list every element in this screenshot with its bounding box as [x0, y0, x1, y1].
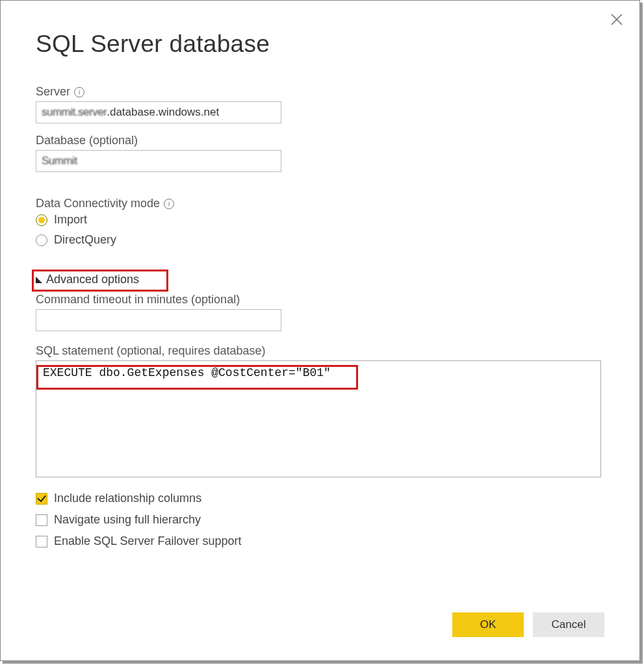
- server-field: Server i summit.server.database.windows.…: [36, 85, 604, 123]
- check-navigate-hierarchy[interactable]: Navigate using full hierarchy: [36, 513, 604, 527]
- database-label: Database (optional): [36, 134, 604, 147]
- check-failover-support[interactable]: Enable SQL Server Failover support: [36, 534, 604, 548]
- triangle-icon: [36, 277, 42, 283]
- database-input-obscured: Summit: [42, 155, 77, 168]
- connectivity-label: Data Connectivity mode i: [36, 197, 604, 210]
- check-include-relationship[interactable]: Include relationship columns: [36, 492, 604, 505]
- checkbox-icon: [36, 493, 47, 505]
- advanced-options-toggle[interactable]: Advanced options: [36, 273, 144, 286]
- database-input[interactable]: Summit: [36, 150, 281, 172]
- radio-import[interactable]: Import: [36, 213, 604, 227]
- check-label: Enable SQL Server Failover support: [54, 534, 241, 548]
- server-input[interactable]: summit.server.database.windows.net: [36, 101, 281, 123]
- radio-icon: [36, 234, 47, 246]
- connectivity-label-text: Data Connectivity mode: [36, 197, 160, 210]
- close-icon[interactable]: [610, 12, 624, 29]
- sql-server-database-dialog: SQL Server database Server i summit.serv…: [0, 0, 640, 661]
- server-label: Server i: [36, 85, 604, 99]
- check-label: Navigate using full hierarchy: [54, 513, 201, 527]
- checkbox-icon: [36, 536, 47, 547]
- info-icon[interactable]: i: [74, 87, 84, 97]
- sql-label: SQL statement (optional, requires databa…: [36, 344, 604, 358]
- radio-label: Import: [54, 213, 87, 227]
- check-label: Include relationship columns: [54, 492, 201, 505]
- advanced-options-label: Advanced options: [46, 273, 139, 286]
- radio-label: DirectQuery: [54, 233, 116, 247]
- radio-icon: [36, 214, 47, 226]
- dialog-buttons: OK Cancel: [452, 612, 604, 637]
- server-input-obscured: summit.server: [42, 106, 107, 119]
- server-label-text: Server: [36, 85, 70, 99]
- sql-statement-textarea[interactable]: [36, 360, 601, 477]
- database-field: Database (optional) Summit: [36, 134, 604, 172]
- info-icon[interactable]: i: [164, 199, 174, 209]
- dialog-title: SQL Server database: [36, 31, 604, 58]
- radio-directquery[interactable]: DirectQuery: [36, 233, 604, 247]
- timeout-label: Command timeout in minutes (optional): [36, 293, 604, 307]
- server-input-suffix: .database.windows.net: [107, 106, 219, 119]
- timeout-input[interactable]: [36, 309, 281, 331]
- checkbox-icon: [36, 514, 47, 526]
- cancel-button[interactable]: Cancel: [533, 612, 604, 637]
- ok-button[interactable]: OK: [452, 612, 524, 637]
